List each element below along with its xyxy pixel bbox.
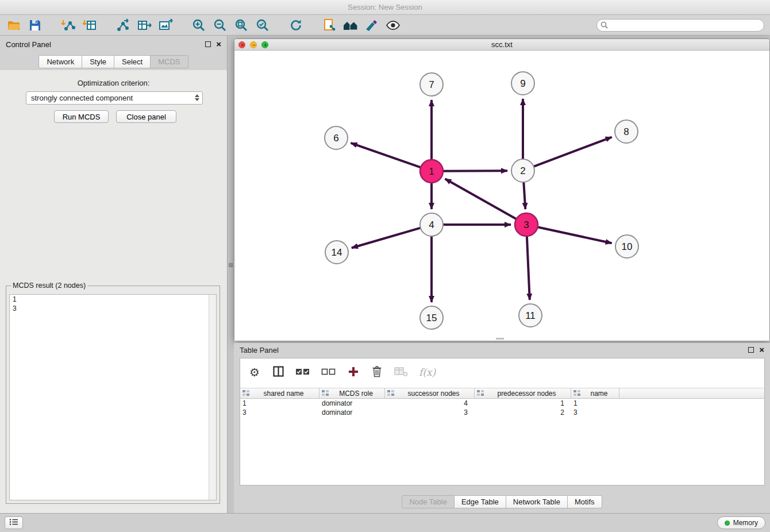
table-cell[interactable]: 3 — [240, 408, 319, 417]
copy-network-button[interactable] — [321, 17, 337, 33]
node-label: 1 — [429, 166, 434, 177]
tab-motifs[interactable]: Motifs — [568, 495, 602, 508]
zoom-window-button[interactable]: + — [261, 41, 268, 48]
table-cell[interactable]: 4 — [385, 399, 475, 408]
import-table-button[interactable] — [82, 17, 98, 33]
save-session-button[interactable] — [27, 17, 43, 33]
graph-node-15[interactable]: 15 — [420, 306, 443, 329]
tab-network[interactable]: Network — [38, 55, 82, 68]
graph-node-8[interactable]: 8 — [615, 120, 638, 143]
result-scrollbar[interactable] — [209, 295, 216, 500]
export-table-button[interactable] — [136, 17, 152, 33]
style-brush-button[interactable] — [364, 17, 380, 33]
zoom-fit-button[interactable] — [233, 17, 249, 33]
network-canvas[interactable]: 7968124314101511 — [234, 51, 769, 341]
table-cell[interactable]: dominator — [319, 399, 385, 408]
column-sort-icon[interactable] — [387, 390, 394, 396]
table-cell[interactable]: 3 — [385, 408, 475, 417]
show-hide-button[interactable] — [385, 17, 401, 33]
export-image-button[interactable] — [157, 17, 174, 33]
edge-1-6[interactable] — [351, 143, 421, 167]
table-cell[interactable]: dominator — [319, 408, 385, 417]
tab-select[interactable]: Select — [114, 55, 151, 68]
close-panel-icon[interactable]: × — [759, 347, 764, 353]
graph-node-10[interactable]: 10 — [615, 235, 638, 258]
graph-node-6[interactable]: 6 — [325, 126, 348, 149]
export-network-button[interactable] — [115, 17, 131, 33]
table-cell[interactable]: 3 — [571, 408, 619, 417]
canvas-resize-handle[interactable] — [496, 338, 504, 340]
column-header[interactable]: predecessor nodes — [475, 388, 571, 399]
edge-1-2[interactable] — [443, 171, 507, 171]
float-panel-icon[interactable] — [748, 347, 754, 353]
tab-network-table[interactable]: Network Table — [506, 495, 568, 508]
criterion-value: strongly connected component — [31, 94, 133, 102]
edge-2-8[interactable] — [534, 137, 612, 167]
graph-node-11[interactable]: 11 — [519, 304, 542, 327]
close-panel-icon[interactable]: × — [216, 41, 221, 47]
column-sort-icon[interactable] — [322, 390, 329, 396]
tab-style[interactable]: Style — [82, 55, 114, 68]
column-header-filler — [619, 388, 764, 399]
column-header[interactable]: name — [571, 388, 619, 399]
table-cell[interactable]: 2 — [475, 408, 571, 417]
refresh-view-button[interactable] — [288, 17, 304, 33]
result-item[interactable]: 3 — [10, 304, 216, 313]
edge-3-10[interactable] — [538, 227, 612, 243]
deselect-all-button[interactable] — [321, 365, 336, 379]
delete-table-button[interactable] — [394, 365, 408, 379]
memory-button[interactable]: Memory — [717, 516, 765, 529]
table-settings-button[interactable]: ⚙ — [248, 365, 261, 379]
function-builder-button[interactable]: f(x) — [419, 365, 436, 379]
edge-4-14[interactable] — [352, 228, 421, 248]
graph-node-7[interactable]: 7 — [420, 73, 443, 96]
open-session-button[interactable] — [6, 17, 22, 33]
column-sort-icon[interactable] — [477, 390, 484, 396]
tab-mcds[interactable]: MCDS — [151, 55, 188, 68]
show-columns-button[interactable] — [272, 365, 284, 379]
edge-3-11[interactable] — [527, 236, 530, 300]
graph-node-3[interactable]: 3 — [515, 213, 538, 236]
select-all-button[interactable] — [295, 365, 310, 379]
result-item[interactable]: 1 — [10, 295, 216, 304]
graph-node-9[interactable]: 9 — [511, 72, 534, 95]
table-row[interactable]: 3dominator323 — [240, 408, 764, 417]
import-network-button[interactable] — [60, 17, 76, 33]
dropdown-stepper-icon — [195, 94, 199, 101]
network-graph[interactable]: 7968124314101511 — [234, 51, 769, 341]
zoom-in-button[interactable] — [191, 17, 207, 33]
close-panel-button[interactable]: Close panel — [116, 110, 176, 123]
zoom-out-button[interactable] — [212, 17, 228, 33]
column-header[interactable]: successor nodes — [385, 388, 475, 399]
table-cell[interactable]: 1 — [475, 399, 571, 408]
close-window-button[interactable]: × — [238, 41, 245, 48]
graph-node-4[interactable]: 4 — [420, 213, 443, 236]
table-cell[interactable]: 1 — [240, 399, 319, 408]
column-header[interactable]: MCDS role — [319, 388, 385, 399]
table-row[interactable]: 1dominator411 — [240, 399, 764, 408]
edge-3-1[interactable] — [445, 179, 517, 219]
graph-node-1[interactable]: 1 — [420, 160, 443, 183]
add-column-button[interactable] — [347, 365, 360, 379]
graph-node-14[interactable]: 14 — [325, 241, 348, 264]
splitter-handle[interactable] — [229, 263, 233, 267]
task-history-button[interactable] — [5, 516, 23, 529]
search-input[interactable] — [596, 19, 764, 32]
graph-node-2[interactable]: 2 — [511, 159, 534, 182]
run-mcds-button[interactable]: Run MCDS — [54, 110, 109, 123]
home-button[interactable] — [342, 17, 359, 33]
tab-node-table[interactable]: Node Table — [402, 495, 455, 508]
delete-column-button[interactable] — [371, 365, 383, 379]
edge-2-3[interactable] — [523, 182, 525, 209]
column-header[interactable]: shared name — [240, 388, 319, 399]
panel-splitter[interactable] — [228, 36, 234, 513]
column-sort-icon[interactable] — [242, 390, 249, 396]
criterion-dropdown[interactable]: strongly connected component — [26, 91, 203, 105]
minimize-window-button[interactable]: − — [250, 41, 257, 48]
table-cell[interactable]: 1 — [571, 399, 619, 408]
column-sort-icon[interactable] — [573, 390, 580, 396]
network-window-titlebar[interactable]: × − + scc.txt — [234, 39, 769, 51]
tab-edge-table[interactable]: Edge Table — [455, 495, 506, 508]
float-panel-icon[interactable] — [205, 41, 211, 47]
zoom-selected-button[interactable] — [255, 17, 271, 33]
